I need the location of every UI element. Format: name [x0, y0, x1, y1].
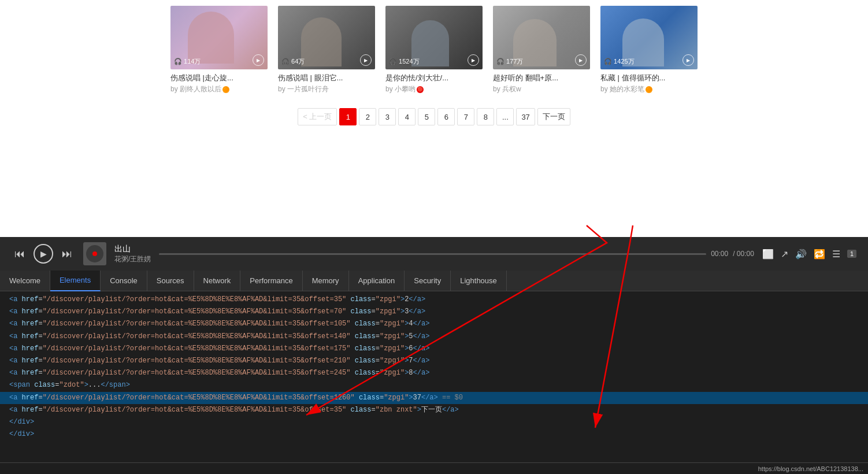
expand-icon[interactable]: ⬜	[762, 249, 774, 260]
devtools-tab-console[interactable]: Console	[101, 271, 147, 291]
devtools-area: WelcomeElementsConsoleSourcesNetworkPerf…	[0, 271, 868, 474]
page-button-2[interactable]: 2	[359, 108, 376, 125]
thumbnail-title: 伤感说唱 |走心旋...	[170, 73, 268, 83]
devtools-tab-lighthouse[interactable]: Lighthouse	[451, 271, 507, 291]
track-info: 出山 花粥/王胜娚	[114, 244, 151, 264]
play-icon[interactable]: ▶	[360, 54, 372, 66]
next-button[interactable]: ⏭	[59, 246, 75, 262]
thumbnail-count: 🎧 114万	[174, 57, 201, 66]
progress-track[interactable]	[159, 253, 706, 255]
code-line: <a href="/discover/playlist/?order=hot&c…	[0, 331, 868, 343]
thumbnail-author: by 剧终人散以后🔶	[170, 84, 268, 94]
volume-badge: 1	[847, 250, 856, 258]
thumbnail-image: 🎧 1425万▶	[600, 6, 698, 69]
play-icon[interactable]: ▶	[468, 54, 479, 66]
thumbnail-count: 🎧 1524万	[389, 57, 420, 66]
page-prev-button[interactable]: < 上一页	[298, 108, 337, 125]
thumbnail-count: 🎧 1425万	[604, 57, 635, 66]
code-line: <a href="/discover/playlist/?order=hot&c…	[0, 306, 868, 318]
page-button-37[interactable]: 37	[516, 108, 535, 125]
repeat-icon[interactable]: 🔁	[814, 249, 825, 260]
thumbnail-item[interactable]: 🎧 1524万▶是你的怯/刘大壮/...by 小攀哟🔴	[385, 6, 483, 94]
page-button-6[interactable]: 6	[437, 108, 455, 125]
thumbnail-title: 私藏 | 值得循环的...	[600, 73, 698, 83]
track-thumb-inner	[86, 245, 103, 262]
thumbnail-item[interactable]: 🎧 114万▶伤感说唱 |走心旋...by 剧终人散以后🔶	[170, 6, 268, 94]
volume-icon[interactable]: 🔊	[795, 249, 807, 260]
thumbnail-count: 🎧 64万	[281, 57, 305, 66]
time-duration: / 00:00	[733, 250, 754, 258]
code-line: <a href="/discover/playlist/?order=hot&c…	[0, 367, 868, 379]
track-thumbnail	[83, 242, 106, 265]
page-button-3[interactable]: 3	[379, 108, 396, 125]
website-area: 🎧 114万▶伤感说唱 |走心旋...by 剧终人散以后🔶🎧 64万▶伤感说唱 …	[0, 0, 868, 237]
thumbnail-title: 伤感说唱 | 眼泪它...	[278, 73, 375, 83]
thumbnail-item[interactable]: 🎧 177万▶超好听的 翻唱+原...by 兵权w	[493, 6, 590, 94]
devtools-tabs: WelcomeElementsConsoleSourcesNetworkPerf…	[0, 271, 868, 291]
track-artist: 花粥/王胜娚	[114, 254, 151, 264]
thumbnail-author: by 她的水彩笔🔶	[600, 84, 698, 94]
devtools-tab-performance[interactable]: Performance	[240, 271, 302, 291]
player-bar: ⏮ ▶ ⏭ 出山 花粥/王胜娚 00:00 / 00:00 ⬜ ↗ 🔊 🔁 ☰ …	[0, 237, 868, 271]
devtools-tab-memory[interactable]: Memory	[303, 271, 349, 291]
pagination: < 上一页12345678...37下一页	[0, 108, 868, 125]
thumbnail-author: by 小攀哟🔴	[385, 84, 483, 94]
play-button[interactable]: ▶	[34, 244, 53, 264]
code-line: <span class="zdot">...</span>	[0, 379, 868, 391]
page-next-button[interactable]: 下一页	[537, 108, 570, 125]
time-current: 00:00	[711, 250, 728, 258]
devtools-tab-network[interactable]: Network	[194, 271, 241, 291]
thumbnail-title: 超好听的 翻唱+原...	[493, 73, 590, 83]
thumbnail-author: by 兵权w	[493, 84, 590, 94]
prev-button[interactable]: ⏮	[12, 246, 28, 262]
page-button-7[interactable]: 7	[457, 108, 474, 125]
author-badge-orange: 🔶	[646, 86, 652, 93]
play-icon[interactable]: ▶	[682, 54, 694, 66]
status-url: https://blog.csdn.net/ABC12138138...	[758, 465, 863, 472]
devtools-content: <a href="/discover/playlist/?order=hot&c…	[0, 291, 868, 462]
thumbnail-image: 🎧 177万▶	[493, 6, 590, 69]
author-badge-orange: 🔶	[222, 86, 229, 93]
progress-bar-container[interactable]: 00:00 / 00:00	[159, 250, 754, 258]
record-dot	[92, 251, 97, 256]
page-button-4[interactable]: 4	[398, 108, 416, 125]
page-button-5[interactable]: 5	[418, 108, 435, 125]
player-controls: ⏮ ▶ ⏭	[12, 244, 75, 264]
devtools-tab-security[interactable]: Security	[405, 271, 451, 291]
thumbnail-count: 🎧 177万	[496, 57, 523, 66]
share-icon[interactable]: ↗	[781, 249, 788, 260]
devtools-tab-sources[interactable]: Sources	[147, 271, 194, 291]
playlist-icon[interactable]: ☰	[832, 249, 840, 260]
devtools-tab-welcome[interactable]: Welcome	[0, 271, 50, 291]
code-line: </div>	[0, 428, 868, 440]
status-bar: https://blog.csdn.net/ABC12138138...	[0, 462, 868, 474]
thumbnail-author: by 一片孤叶行舟	[278, 84, 375, 94]
thumbnail-title: 是你的怯/刘大壮/...	[385, 73, 483, 83]
player-right-controls: ⬜ ↗ 🔊 🔁 ☰ 1	[762, 249, 856, 260]
track-name: 出山	[114, 244, 151, 254]
page-button-...[interactable]: ...	[496, 108, 514, 125]
code-line: </div>	[0, 416, 868, 428]
thumbnail-image: 🎧 1524万▶	[385, 6, 483, 69]
thumbnail-image: 🎧 64万▶	[278, 6, 375, 69]
code-line: <a href="/discover/playlist/?order=hot&c…	[0, 318, 868, 330]
code-line: <a href="/discover/playlist/?order=hot&c…	[0, 294, 868, 306]
code-line: <a href="/discover/playlist/?order=hot&c…	[0, 404, 868, 416]
page-button-8[interactable]: 8	[477, 108, 494, 125]
thumbnail-item[interactable]: 🎧 64万▶伤感说唱 | 眼泪它...by 一片孤叶行舟	[278, 6, 375, 94]
thumbnails-section: 🎧 114万▶伤感说唱 |走心旋...by 剧终人散以后🔶🎧 64万▶伤感说唱 …	[0, 0, 868, 94]
thumbnail-item[interactable]: 🎧 1425万▶私藏 | 值得循环的...by 她的水彩笔🔶	[600, 6, 698, 94]
code-line: <a href="/discover/playlist/?order=hot&c…	[0, 343, 868, 355]
author-badge-red: 🔴	[417, 86, 424, 93]
devtools-tab-elements[interactable]: Elements	[50, 271, 101, 291]
devtools-tab-application[interactable]: Application	[349, 271, 405, 291]
thumbnail-image: 🎧 114万▶	[170, 6, 268, 69]
play-icon[interactable]: ▶	[575, 54, 587, 66]
code-line: <a href="/discover/playlist/?order=hot&c…	[0, 355, 868, 367]
play-icon[interactable]: ▶	[253, 54, 264, 66]
code-line: <a href="/discover/playlist/?order=hot&c…	[0, 392, 868, 404]
page-button-1[interactable]: 1	[339, 108, 357, 125]
